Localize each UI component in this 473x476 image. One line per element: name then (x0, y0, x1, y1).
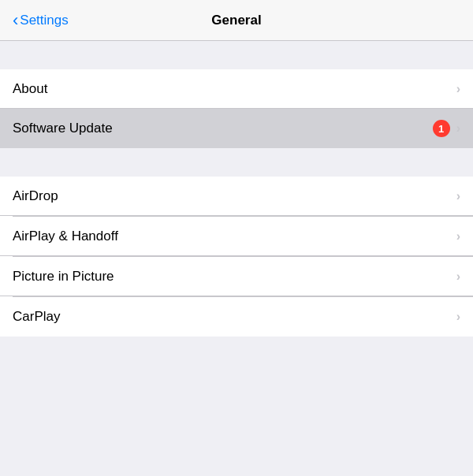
list-item-carplay[interactable]: CarPlay › (0, 297, 473, 337)
navigation-bar: ‹ Settings General (0, 0, 473, 41)
section-gap-top (0, 41, 473, 69)
software-update-chevron-icon: › (456, 121, 460, 136)
airplay-handoff-chevron-icon: › (456, 229, 460, 244)
list-item-airdrop[interactable]: AirDrop › (0, 177, 473, 216)
airdrop-right: › (456, 189, 460, 203)
picture-in-picture-label: Picture in Picture (13, 269, 114, 284)
back-button[interactable]: ‹ Settings (6, 6, 75, 35)
picture-in-picture-chevron-icon: › (456, 270, 460, 284)
list-item-about[interactable]: About › (0, 69, 473, 109)
back-label: Settings (20, 13, 68, 28)
list-item-picture-in-picture[interactable]: Picture in Picture › (0, 257, 473, 296)
software-update-label: Software Update (13, 121, 113, 136)
page-title: General (211, 13, 261, 28)
list-item-software-update[interactable]: Software Update 1 › (0, 109, 473, 148)
software-update-badge: 1 (433, 120, 450, 137)
list-group-1: About › Software Update 1 › (0, 69, 473, 148)
list-group-2: AirDrop › AirPlay & Handoff › Picture in… (0, 177, 473, 337)
airdrop-chevron-icon: › (456, 189, 460, 203)
airplay-handoff-label: AirPlay & Handoff (13, 229, 118, 244)
carplay-chevron-icon: › (456, 310, 460, 324)
airplay-handoff-right: › (456, 229, 460, 244)
carplay-label: CarPlay (13, 309, 60, 325)
list-item-airplay-handoff[interactable]: AirPlay & Handoff › (0, 217, 473, 256)
about-label: About (13, 81, 47, 97)
back-chevron-icon: ‹ (13, 12, 18, 29)
about-chevron-icon: › (456, 82, 460, 96)
software-update-right: 1 › (433, 120, 460, 137)
about-right: › (456, 82, 460, 96)
picture-in-picture-right: › (456, 270, 460, 284)
carplay-right: › (456, 310, 460, 324)
airdrop-label: AirDrop (13, 188, 58, 204)
section-gap-middle (0, 148, 473, 177)
